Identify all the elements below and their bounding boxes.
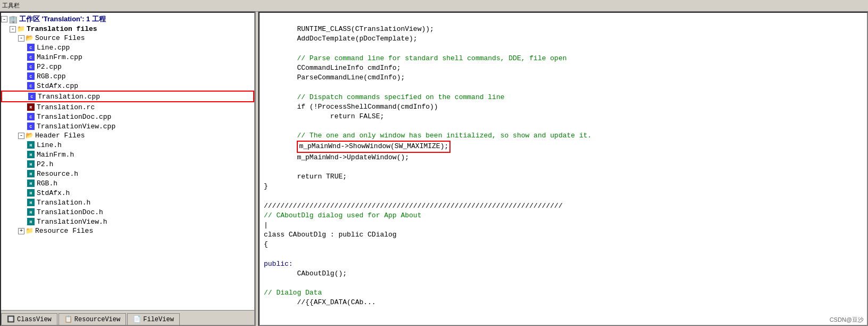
cpp-icon: C [27,43,35,52]
source-expand[interactable]: - [18,35,24,42]
translation-files-root: - 📁 Translation files [1,25,254,34]
cpp-icon-8: C [27,122,35,131]
source-files-label: Source Files [35,34,85,42]
file-translationview-h[interactable]: H TranslationView.h [1,217,254,226]
file-translation-h[interactable]: H Translation.h [1,198,254,207]
file-stdafx-h[interactable]: H StdAfx.h [1,188,254,198]
h-icon-7: H [27,198,35,207]
h-icon-1: H [27,141,35,149]
source-files-folder[interactable]: - 📂 Source Files [1,34,254,43]
toolbar: 工具栏 [0,0,868,12]
code-editor-panel[interactable]: RUNTIME_CLASS(CTranslationView)); AddDoc… [258,12,868,326]
highlighted-code-line: m_pMainWnd->ShowWindow(SW_MAXIMIZE); [297,141,450,152]
resource-files-folder[interactable]: + 📁 Resource Files [1,226,254,235]
header-files-folder[interactable]: - 📂 Header Files [1,131,254,140]
h-icon-5: H [27,179,35,188]
h-icon-3: H [27,160,35,168]
file-translation-cpp[interactable]: C Translation.cpp [1,91,254,102]
rc-icon: R [27,103,35,111]
bottom-tabs: 🔲 ClassView 📋 ResourceView 📄 FileView [1,310,254,325]
file-translationdoc-h[interactable]: H TranslationDoc.h [1,207,254,217]
header-files-label: Header Files [35,132,85,140]
file-rgb-cpp[interactable]: C RGB.cpp [1,71,254,81]
workspace-expand[interactable]: - [1,16,7,22]
cpp-icon-3: C [27,62,35,71]
main-area: - 🏢 工作区 'Translation': 1 工程 - 📁 Translat… [0,12,868,326]
root-label: Translation files [27,25,97,33]
h-icon-4: H [27,169,35,178]
h-icon-2: H [27,150,35,159]
file-translationview-cpp[interactable]: C TranslationView.cpp [1,121,254,131]
tree-container: - 🏢 工作区 'Translation': 1 工程 - 📁 Translat… [1,13,254,310]
fileview-icon: 📄 [133,315,141,323]
workspace-label: 工作区 'Translation': 1 工程 [19,14,106,24]
cpp-icon-6: C [28,92,36,101]
file-line-h[interactable]: H Line.h [1,140,254,150]
file-mainfrm-h[interactable]: H MainFrm.h [1,150,254,159]
h-icon-9: H [27,217,35,226]
classview-tab[interactable]: 🔲 ClassView [1,313,57,325]
watermark: CSDN@豆沙 [830,316,864,324]
file-line-cpp[interactable]: C Line.cpp [1,43,254,52]
file-p2-cpp[interactable]: C P2.cpp [1,62,254,71]
cpp-icon-4: C [27,72,35,80]
cpp-icon-7: C [27,112,35,121]
workspace-header: - 🏢 工作区 'Translation': 1 工程 [1,14,254,25]
file-translation-rc[interactable]: R Translation.rc [1,102,254,112]
file-resource-h[interactable]: H Resource.h [1,169,254,178]
root-expand[interactable]: - [10,26,16,32]
h-icon-8: H [27,208,35,216]
header-expand[interactable]: - [18,133,24,139]
resource-files-label: Resource Files [35,227,93,235]
file-rgb-h[interactable]: H RGB.h [1,178,254,188]
resourceview-tab[interactable]: 📋 ResourceView [59,313,126,325]
classview-icon: 🔲 [7,315,15,323]
file-stdafx-cpp[interactable]: C StdAfx.cpp [1,81,254,91]
resourceview-icon: 📋 [64,315,72,323]
fileview-tab[interactable]: 📄 FileView [127,313,180,325]
file-p2-h[interactable]: H P2.h [1,159,254,169]
h-icon-6: H [27,189,35,197]
code-editor[interactable]: RUNTIME_CLASS(CTranslationView)); AddDoc… [260,13,867,325]
resource-expand[interactable]: + [18,228,24,234]
file-translationdoc-cpp[interactable]: C TranslationDoc.cpp [1,112,254,121]
cpp-icon-2: C [27,53,35,61]
file-mainfrm-cpp[interactable]: C MainFrm.cpp [1,52,254,62]
cpp-icon-5: C [27,82,35,90]
left-panel[interactable]: - 🏢 工作区 'Translation': 1 工程 - 📁 Translat… [0,12,255,326]
